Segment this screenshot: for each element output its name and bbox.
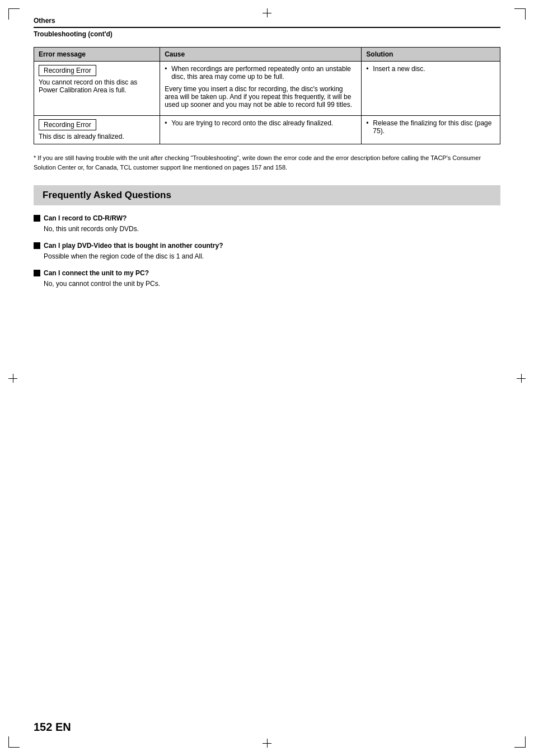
faq-question-0: Can I record to CD-R/RW? — [34, 214, 500, 222]
table-row-0-solution: Insert a new disc. — [362, 62, 500, 116]
table-row-0-cause: When recordings are performed repeatedly… — [160, 62, 362, 116]
faq-answer-2: No, you cannot control the unit by PCs. — [44, 279, 500, 289]
faq-icon-1 — [34, 242, 40, 249]
solution-bullet: Insert a new disc. — [366, 65, 495, 73]
faq-question-text-0: Can I record to CD-R/RW? — [44, 214, 127, 222]
faq-icon-0 — [34, 215, 40, 222]
cause-bullet: When recordings are performed repeatedly… — [165, 65, 357, 81]
table-row-1-solution: Release the finalizing for this disc (pa… — [362, 116, 500, 144]
error-text-0: You cannot record on this disc as Power … — [39, 78, 137, 94]
subsection-label: Troubleshooting (cont'd) — [34, 30, 500, 38]
corner-mark-top-right — [514, 8, 526, 20]
col-header-error: Error message — [34, 48, 160, 62]
faq-question-1: Can I play DVD-Video that is bought in a… — [34, 242, 500, 250]
faq-item-0: Can I record to CD-R/RW? No, this unit r… — [34, 214, 500, 234]
faq-question-text-1: Can I play DVD-Video that is bought in a… — [44, 242, 223, 250]
corner-mark-bottom-left — [8, 736, 20, 748]
solution-bullet: Release the finalizing for this disc (pa… — [366, 119, 495, 135]
col-header-solution: Solution — [362, 48, 500, 62]
crosshair-top — [263, 8, 271, 17]
table-row-1-error: Recording ErrorThis disc is already fina… — [34, 116, 160, 144]
faq-section: Frequently Asked Questions Can I record … — [34, 185, 500, 289]
faq-item-1: Can I play DVD-Video that is bought in a… — [34, 242, 500, 261]
corner-mark-top-left — [8, 8, 20, 20]
faq-question-text-2: Can I connect the unit to my PC? — [44, 269, 149, 277]
faq-item-2: Can I connect the unit to my PC? No, you… — [34, 269, 500, 289]
troubleshoot-table: Error message Cause Solution Recording E… — [34, 47, 500, 144]
crosshair-left — [8, 374, 17, 383]
crosshair-right — [517, 374, 526, 383]
faq-header-box: Frequently Asked Questions — [34, 185, 500, 205]
error-text-1: This disc is already finalized. — [39, 133, 124, 140]
page-number: 152 EN — [34, 721, 71, 733]
footnote-text: * If you are still having trouble with t… — [34, 153, 500, 172]
top-divider — [34, 27, 500, 28]
table-row-1-cause: You are trying to record onto the disc a… — [160, 116, 362, 144]
crosshair-bottom — [263, 739, 271, 748]
faq-question-2: Can I connect the unit to my PC? — [34, 269, 500, 277]
faq-title: Frequently Asked Questions — [43, 190, 171, 200]
section-label: Others — [34, 17, 500, 25]
col-header-cause: Cause — [160, 48, 362, 62]
cause-paragraph-0: Every time you insert a disc for recordi… — [165, 85, 357, 109]
faq-items: Can I record to CD-R/RW? No, this unit r… — [34, 214, 500, 289]
error-box-0: Recording Error — [39, 65, 96, 76]
page-footer: 152 EN — [34, 721, 71, 734]
faq-answer-1: Possible when the region code of the dis… — [44, 251, 500, 261]
faq-answer-0: No, this unit records only DVDs. — [44, 224, 500, 234]
faq-icon-2 — [34, 270, 40, 276]
error-box-1: Recording Error — [39, 119, 96, 130]
corner-mark-bottom-right — [514, 736, 526, 748]
table-row-0-error: Recording ErrorYou cannot record on this… — [34, 62, 160, 116]
cause-bullet: You are trying to record onto the disc a… — [165, 119, 357, 127]
